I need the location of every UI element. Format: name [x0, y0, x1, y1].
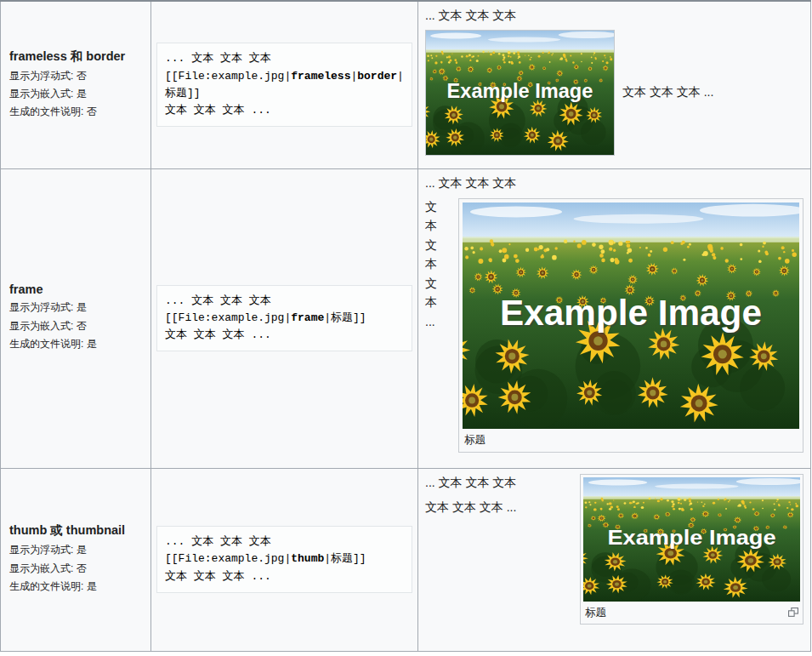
option-cell-thumb: thumb 或 thumbnail 显示为浮动式: 是 显示为嵌入式: 否 生成…	[1, 468, 151, 651]
prop-line: 生成的文件说明: 是	[9, 335, 144, 353]
prop-line: 显示为嵌入式: 是	[9, 85, 144, 103]
prop-line: 生成的文件说明: 是	[9, 578, 144, 596]
wikicode-cell: ... 文本 文本 文本 [[File:example.jpg|thumb|标题…	[151, 468, 418, 651]
option-keyword: frameless	[9, 49, 67, 63]
table-row-frame: frame 显示为浮动式: 是 显示为嵌入式: 否 生成的文件说明: 是 ...…	[1, 168, 811, 468]
thumbnail-caption-bar: 标题	[583, 602, 800, 621]
code-text: [[File:example.jpg|	[165, 311, 291, 324]
option-title: frame	[9, 282, 144, 296]
wiki-image-syntax-help-page: frameless 和 border 显示为浮动式: 否 显示为嵌入式: 是 生…	[0, 0, 812, 656]
wikicode-block: ... 文本 文本 文本 [[File:example.jpg|frameles…	[156, 43, 412, 127]
option-title: thumb 或 thumbnail	[9, 522, 144, 539]
option-keyword: thumb	[9, 523, 47, 537]
example-image[interactable]	[583, 477, 800, 602]
prop-line: 显示为嵌入式: 否	[9, 560, 144, 578]
code-text: [[File:example.jpg|	[165, 552, 291, 565]
prop-line: 显示为嵌入式: 否	[9, 317, 144, 335]
result-cell: ... 文本 文本 文本 文本 文本 文本 ...	[418, 1, 811, 168]
option-cell-frame: frame 显示为浮动式: 是 显示为嵌入式: 否 生成的文件说明: 是	[1, 168, 151, 468]
option-properties: 显示为浮动式: 是 显示为嵌入式: 否 生成的文件说明: 是	[9, 299, 144, 353]
magnify-icon[interactable]	[788, 608, 798, 618]
inline-image-line: 文本 文本 文本 ...	[425, 30, 803, 156]
image-syntax-table: frameless 和 border 显示为浮动式: 否 显示为嵌入式: 是 生…	[0, 0, 811, 652]
code-text: |标题]]	[324, 552, 366, 565]
prop-line: 显示为浮动式: 否	[9, 67, 144, 85]
code-text: ... 文本 文本 文本	[165, 535, 271, 548]
option-keyword: thumbnail	[66, 523, 125, 537]
wikicode-cell: ... 文本 文本 文本 [[File:example.jpg|frame|标题…	[151, 168, 418, 468]
example-image[interactable]	[425, 30, 615, 156]
option-title: frameless 和 border	[9, 48, 144, 65]
prop-line: 显示为浮动式: 是	[9, 541, 144, 559]
result-text: ... 文本 文本 文本	[425, 9, 803, 24]
image-caption: 标题	[585, 606, 606, 620]
framed-image-box: 标题	[458, 198, 803, 453]
code-keyword: frameless	[291, 70, 350, 83]
prop-line: 生成的文件说明: 否	[9, 103, 144, 121]
result-cell: 标题 ... 文本 文本 文本 文本 文本 文本 ...	[418, 468, 811, 651]
code-text: 文本 文本 文本 ...	[165, 570, 271, 583]
option-properties: 显示为浮动式: 是 显示为嵌入式: 否 生成的文件说明: 是	[9, 541, 144, 596]
option-properties: 显示为浮动式: 否 显示为嵌入式: 是 生成的文件说明: 否	[9, 67, 144, 122]
table-row-frameless-border: frameless 和 border 显示为浮动式: 否 显示为嵌入式: 是 生…	[1, 1, 811, 168]
code-text: 文本 文本 文本 ...	[165, 104, 271, 117]
code-keyword: thumb	[291, 552, 324, 565]
thumbnail-box: 标题	[580, 474, 803, 625]
code-keyword: border	[357, 70, 397, 83]
code-text: |	[397, 70, 404, 83]
code-text: ... 文本 文本 文本	[165, 294, 271, 307]
code-text: 文本 文本 文本 ...	[165, 328, 271, 341]
option-keyword: border	[86, 49, 125, 63]
prop-line: 显示为浮动式: 是	[9, 299, 144, 317]
option-cell-frameless-border: frameless 和 border 显示为浮动式: 否 显示为嵌入式: 是 生…	[1, 1, 151, 168]
option-conjunction: 或	[47, 523, 66, 537]
code-text: 标题]]	[165, 87, 201, 100]
wikicode-block: ... 文本 文本 文本 [[File:example.jpg|frame|标题…	[156, 285, 412, 351]
option-conjunction: 和	[67, 49, 87, 63]
image-caption: 标题	[463, 429, 799, 448]
framed-image-paragraph: 标题 文本 文本 文本 ...	[425, 197, 803, 332]
wrapped-result-text: 文本 文本 文本 ...	[425, 197, 440, 332]
code-keyword: frame	[291, 311, 324, 324]
wikicode-block: ... 文本 文本 文本 [[File:example.jpg|thumb|标题…	[156, 526, 412, 592]
result-text: ... 文本 文本 文本	[425, 176, 803, 191]
wikicode-cell: ... 文本 文本 文本 [[File:example.jpg|frameles…	[151, 1, 418, 168]
code-text: ... 文本 文本 文本	[165, 52, 271, 65]
code-text: |标题]]	[324, 311, 366, 324]
option-keyword: frame	[9, 282, 43, 296]
code-text: [[File:example.jpg|	[165, 70, 291, 83]
result-cell: ... 文本 文本 文本 标题 文本 文本 文本 ...	[418, 168, 811, 468]
example-image[interactable]	[463, 203, 799, 429]
result-text: 文本 文本 文本 ...	[622, 85, 713, 99]
table-row-thumb: thumb 或 thumbnail 显示为浮动式: 是 显示为嵌入式: 否 生成…	[1, 468, 811, 651]
